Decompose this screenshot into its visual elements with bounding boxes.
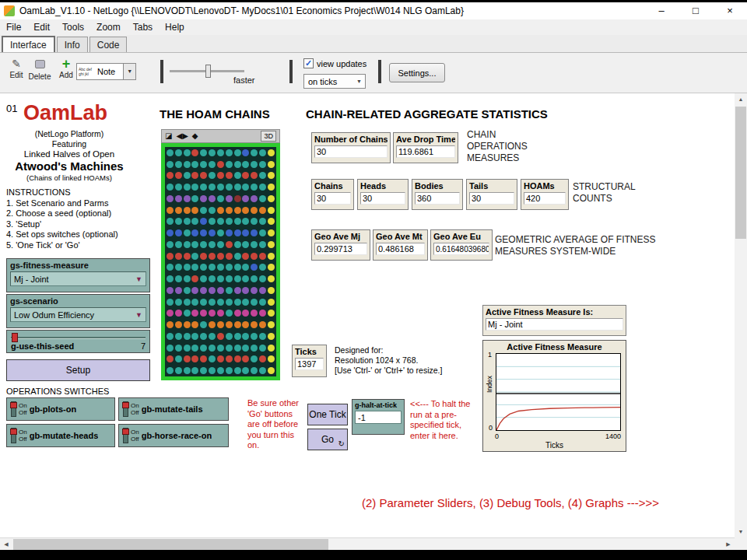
speed-slider-label: faster (233, 75, 255, 85)
monitor-label: Tails (469, 181, 514, 191)
menu-zoom[interactable]: Zoom (90, 22, 127, 33)
update-mode-select[interactable]: on ticks ▼ (303, 74, 366, 89)
model-subtitle-block: (NetLogo Platform) Featuring Linked Halv… (3, 129, 135, 183)
switch-off-label: Off (19, 436, 27, 443)
monitor-value: 30 (314, 145, 388, 158)
view-updates-checkbox[interactable]: ✓ view updates (303, 58, 366, 68)
monitor-ave-drop-time: Ave Drop Time 119.6861 (393, 132, 458, 163)
model-title: OamLab (23, 101, 107, 125)
chooser-select[interactable]: Mj - Joint ▼ (10, 271, 146, 286)
pencil-icon: ✎ (5, 58, 28, 70)
instruction-item: 3. 'Setup' (6, 219, 118, 229)
scroll-up-arrow[interactable]: ▲ (735, 93, 747, 105)
monitor-geo-ave-eu: Geo Ave Eu 0.61648039680 (430, 229, 493, 261)
window-title: OamLab_V1.10 - NetLogo {\\LENOVODT\Lenov… (19, 5, 644, 16)
monitor-number-of-chains: Number of Chains 30 (311, 132, 391, 163)
view-contrast-icon[interactable]: ◪ (165, 132, 172, 140)
chooser-select[interactable]: Low Odum Efficiency ▼ (10, 307, 146, 322)
monitor-active-fitness-measure: Active Fitness Measure Is: Mj - Joint (482, 305, 626, 336)
input-value[interactable]: -1 (355, 411, 402, 424)
minimize-button[interactable]: – (644, 2, 679, 19)
switch-handle[interactable] (10, 429, 17, 435)
page-number: 01 (6, 103, 17, 114)
titlebar: OamLab_V1.10 - NetLogo {\\LENOVODT\Lenov… (0, 2, 747, 19)
checkbox-icon[interactable]: ✓ (303, 58, 314, 68)
monitor-value: 30 (469, 192, 514, 205)
switch-on-label: On (19, 429, 27, 436)
switch-track[interactable] (123, 401, 128, 417)
switch-track[interactable] (123, 428, 128, 443)
interface-canvas: 01 OamLab (NetLogo Platform) Featuring L… (0, 93, 735, 537)
monitor-label: Chains (314, 181, 351, 191)
chooser-gs-scenario: gs-scenario Low Odum Efficiency ▼ (6, 294, 150, 328)
switch-gb-horse-race-on[interactable]: On Off gb-horse-race-on (118, 424, 229, 447)
switch-handle[interactable] (122, 429, 129, 435)
monitor-geo-ave-mt: Geo Ave Mt 0.486168 (373, 229, 428, 261)
switch-off-label: Off (19, 409, 27, 416)
maximize-button[interactable]: □ (679, 2, 713, 19)
view-arrows-icon[interactable]: ◀▶ (176, 132, 188, 140)
tab-interface[interactable]: Interface (2, 36, 55, 52)
switch-gb-mutate-heads[interactable]: On Off gb-mutate-heads (6, 424, 115, 447)
switch-handle[interactable] (122, 402, 129, 408)
toolbar: ✎ Edit Delete + Add Abc def ghi jkl Note… (0, 53, 747, 93)
monitor-value: 1397 (295, 358, 324, 370)
world-view[interactable] (161, 143, 280, 380)
monitor-label: Bodies (415, 181, 460, 191)
bottom-black-bar (0, 550, 747, 560)
tab-info[interactable]: Info (57, 37, 88, 52)
plot-area (496, 353, 621, 431)
setup-button[interactable]: Setup (6, 359, 150, 381)
menu-file[interactable]: File (0, 22, 27, 33)
plus-icon: + (54, 58, 78, 70)
one-tick-button[interactable]: One Tick (307, 404, 348, 425)
view-diamond-icon[interactable]: ◆ (192, 132, 198, 140)
switch-gb-mutate-tails[interactable]: On Off gb-mutate-tails (118, 397, 229, 421)
go-warning-note: Be sure other 'Go' buttons are off befor… (247, 398, 307, 451)
menu-tools[interactable]: Tools (56, 22, 90, 33)
monitor-label: HOAMs (524, 181, 566, 191)
view-control-bar: ◪ ◀▶ ◆ 3D (161, 129, 280, 143)
switch-gb-plots-on[interactable]: On Off gb-plots-on (6, 397, 115, 421)
delete-icon (35, 60, 45, 68)
vertical-scrollbar[interactable]: ▲ ▼ (735, 93, 747, 537)
monitor-value: Mj - Joint (486, 318, 623, 331)
scroll-left-arrow[interactable]: ◀ (0, 538, 12, 550)
subtitle-linked-halves: Linked Halves of Open (3, 149, 135, 159)
close-button[interactable]: × (713, 2, 747, 19)
subtitle-platform: (NetLogo Platform) (3, 129, 135, 139)
switch-handle[interactable] (10, 402, 17, 408)
monitor-bodies: Bodies 360 (412, 179, 463, 210)
chevron-down-icon[interactable]: ▼ (123, 63, 136, 80)
switch-track[interactable] (11, 401, 16, 417)
view-3d-button[interactable]: 3D (261, 131, 276, 142)
plot-title: Active Fitness Measure (483, 342, 626, 352)
scroll-down-arrow[interactable]: ▼ (735, 526, 747, 537)
switch-track[interactable] (11, 428, 16, 443)
switch-on-label: On (131, 429, 139, 436)
vertical-scroll-thumb[interactable] (735, 107, 746, 239)
horizontal-scroll-thumb[interactable] (13, 539, 328, 550)
menu-tabs[interactable]: Tabs (127, 22, 159, 33)
add-tool-button[interactable]: + Add (54, 58, 78, 79)
menu-edit[interactable]: Edit (27, 22, 56, 33)
monitor-tails: Tails 30 (466, 179, 517, 210)
delete-tool-button[interactable]: Delete (28, 58, 51, 81)
monitor-value: 30 (360, 192, 405, 205)
toolbar-separator (160, 60, 163, 83)
edit-tool-button[interactable]: ✎ Edit (5, 58, 28, 79)
chooser-gs-fitness-measure: gs-fitness-measure Mj - Joint ▼ (6, 258, 150, 292)
widget-type-dropdown[interactable]: Abc def ghi jkl Note ▼ (76, 63, 136, 80)
tab-code[interactable]: Code (89, 37, 128, 52)
horizontal-scrollbar[interactable]: ◀ ▶ (0, 537, 735, 550)
speed-slider-handle[interactable] (205, 65, 211, 78)
scroll-right-arrow[interactable]: ▶ (722, 538, 735, 550)
toolbar-separator (378, 60, 381, 83)
settings-button[interactable]: Settings... (389, 63, 445, 82)
monitor-value: 119.6861 (396, 145, 455, 158)
go-button[interactable]: Go ↻ (307, 429, 348, 450)
monitor-label: Geo Ave Mj (314, 232, 367, 241)
menu-help[interactable]: Help (159, 22, 191, 33)
switch-name: gb-plots-on (30, 404, 76, 414)
slider-track[interactable] (11, 337, 146, 339)
